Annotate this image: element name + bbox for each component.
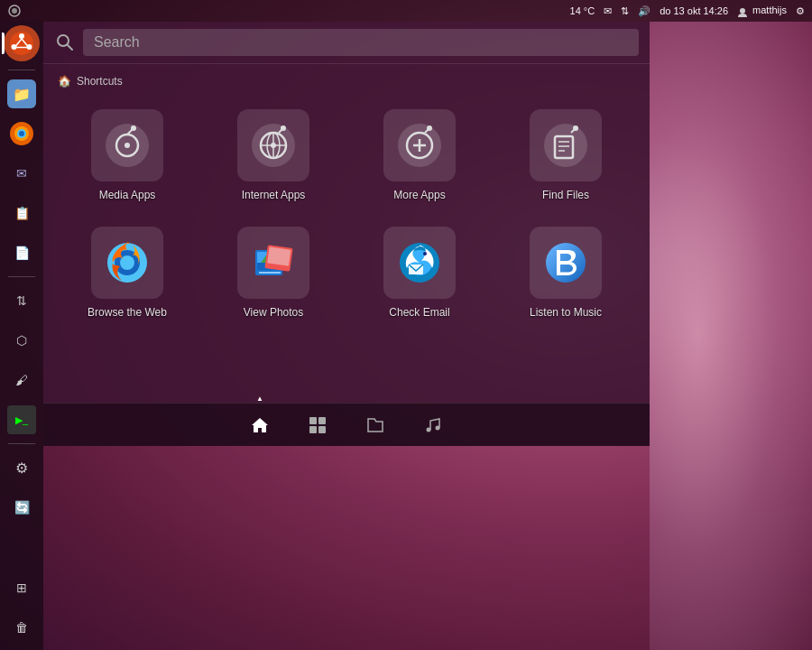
svg-point-15: [125, 143, 130, 148]
browser-icon: [7, 119, 36, 148]
sidebar-divider-1: [8, 70, 35, 70]
sound-panel-icon[interactable]: 🔊: [638, 5, 651, 17]
listen-music-icon: [530, 227, 602, 299]
panel-right[interactable]: 14 °C ✉ ⇅ 🔊 do 13 okt 14:26 matthijs ⚙: [570, 5, 805, 16]
find-files-icon: [530, 109, 602, 181]
svg-point-2: [740, 8, 745, 14]
svg-line-12: [68, 45, 72, 50]
app-item-more-apps[interactable]: More Apps: [350, 102, 489, 209]
breadcrumb-label: Shortcuts: [77, 75, 123, 88]
sidebar-item-browser[interactable]: [3, 115, 41, 153]
bottom-nav-apps[interactable]: [303, 411, 332, 440]
app-item-view-photos[interactable]: View Photos: [204, 219, 343, 326]
svg-point-52: [423, 252, 427, 255]
sidebar-item-ftp[interactable]: ⇅: [3, 282, 41, 320]
paint-icon: 🖌: [7, 366, 36, 395]
svg-point-11: [58, 35, 69, 46]
doc-icon: 📄: [7, 238, 36, 267]
sidebar-item-trash[interactable]: 🗑: [3, 608, 41, 646]
more-apps-label: More Apps: [393, 189, 445, 201]
panel-circle-icon: [7, 4, 22, 18]
app-item-media-apps[interactable]: Media Apps: [58, 102, 197, 209]
svg-rect-55: [309, 417, 317, 424]
svg-point-31: [427, 125, 432, 131]
right-panel: [650, 22, 812, 650]
browse-web-label: Browse the Web: [88, 306, 167, 319]
breadcrumb: 🏠 Shortcuts: [58, 75, 635, 88]
sidebar-item-software[interactable]: 🔄: [3, 488, 41, 526]
sidebar-item-doc[interactable]: 📄: [3, 234, 41, 272]
sidebar-item-notes[interactable]: 📋: [3, 194, 41, 232]
app-item-internet-apps[interactable]: Internet Apps: [204, 102, 343, 209]
sidebar-item-dash[interactable]: [4, 25, 40, 61]
datetime-display: do 13 okt 14:26: [660, 5, 728, 16]
gear-panel-icon[interactable]: ⚙: [796, 5, 805, 17]
svg-point-59: [427, 427, 431, 432]
svg-rect-57: [309, 426, 317, 433]
internet-apps-label: Internet Apps: [242, 189, 306, 201]
sidebar-item-terminal[interactable]: ▶_: [3, 401, 41, 439]
search-bar: [43, 22, 650, 64]
sidebar-divider-2: [8, 276, 35, 277]
bottom-nav-music[interactable]: [419, 411, 448, 440]
view-photos-label: View Photos: [244, 306, 304, 319]
bottom-nav-files[interactable]: [361, 411, 390, 440]
app-item-check-email[interactable]: Check Email: [350, 219, 489, 326]
check-email-label: Check Email: [389, 306, 449, 319]
browse-web-icon: [91, 227, 163, 299]
svg-point-10: [19, 131, 24, 136]
shortcuts-section: 🏠 Shortcuts Media Apps: [43, 64, 650, 403]
view-photos-icon: [237, 227, 309, 299]
listen-music-label: Listen to Music: [530, 306, 602, 319]
check-email-icon: [383, 227, 456, 299]
breadcrumb-home-icon: 🏠: [58, 75, 71, 88]
search-icon: [54, 32, 76, 53]
svg-point-1: [12, 8, 17, 14]
sidebar: 📁 ✉ 📋 📄 ⇅ ⬡ 🖌 ▶_: [0, 22, 43, 650]
sidebar-item-files[interactable]: 📁: [3, 75, 41, 113]
settings-icon: ⚙: [7, 453, 36, 482]
app-item-listen-music[interactable]: Listen to Music: [496, 219, 635, 326]
terminal-icon: ▶_: [7, 405, 36, 434]
svg-rect-49: [267, 246, 291, 265]
svg-point-23: [271, 143, 276, 148]
network-panel-icon[interactable]: ⇅: [621, 5, 629, 17]
search-input[interactable]: [83, 29, 639, 56]
top-panel: 14 °C ✉ ⇅ 🔊 do 13 okt 14:26 matthijs ⚙: [0, 0, 812, 22]
svg-point-38: [573, 125, 578, 131]
sidebar-item-paint[interactable]: 🖌: [3, 361, 41, 399]
bottom-nav-home[interactable]: [245, 411, 274, 440]
svg-rect-56: [318, 417, 326, 424]
svg-rect-47: [259, 272, 281, 274]
sidebar-item-email[interactable]: ✉: [3, 154, 41, 192]
ubuntu-icon: [7, 29, 36, 58]
panel-left: [7, 4, 22, 18]
username-display: matthijs: [737, 5, 787, 16]
media-apps-icon: [91, 109, 163, 181]
app-item-find-files[interactable]: Find Files: [496, 102, 635, 209]
software-icon: 🔄: [7, 493, 36, 522]
mail-panel-icon[interactable]: ✉: [604, 5, 612, 17]
ftp-icon: ⇅: [7, 286, 36, 315]
svg-point-32: [544, 124, 587, 167]
svg-point-4: [19, 33, 24, 39]
3d-icon: ⬡: [7, 326, 36, 355]
find-files-label: Find Files: [542, 189, 589, 201]
dash-bottom-nav: [43, 403, 650, 446]
email-icon: ✉: [7, 159, 36, 188]
temperature-display: 14 °C: [570, 5, 595, 16]
sidebar-item-workspaces[interactable]: ⊞: [3, 569, 41, 607]
notes-icon: 📋: [7, 199, 36, 228]
sidebar-item-3d[interactable]: ⬡: [3, 321, 41, 359]
sidebar-divider-3: [8, 443, 35, 444]
sidebar-item-settings[interactable]: ⚙: [3, 449, 41, 487]
svg-point-60: [436, 425, 440, 430]
svg-point-25: [281, 125, 286, 131]
trash-icon: 🗑: [7, 613, 36, 642]
dash-overlay: 🏠 Shortcuts Media Apps: [43, 22, 650, 446]
files-icon: 📁: [7, 79, 36, 108]
workspaces-icon: ⊞: [7, 573, 36, 602]
app-item-browse-web[interactable]: Browse the Web: [58, 219, 197, 326]
internet-apps-icon: [237, 109, 309, 181]
svg-rect-58: [318, 426, 326, 433]
